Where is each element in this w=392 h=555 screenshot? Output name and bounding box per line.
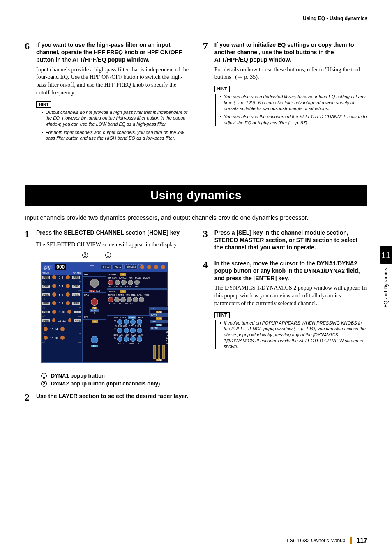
circle-1-icon: 1	[105, 252, 111, 258]
chapter-tab: 11 EQ and Dynamics	[380, 246, 392, 329]
step-number: 7	[203, 41, 211, 51]
step-number: 6	[25, 41, 33, 51]
step-number: 4	[203, 260, 211, 269]
hint-item: For both input channels and output chann…	[42, 129, 189, 141]
step-title: If you want to initialize EQ settings or…	[214, 41, 367, 64]
callout-numbers: 2 1	[82, 252, 189, 258]
step-title: Use the LAYER section to select the desi…	[36, 392, 189, 400]
section-heading: Using dynamics	[25, 185, 367, 206]
callout-1-label: 1 DYNA1 popup button	[41, 373, 189, 379]
upper-steps: 6 If you want to use the high-pass filte…	[25, 41, 367, 144]
hint-item: Output channels do not provide a high-pa…	[42, 109, 189, 127]
hint-item: If you've turned on POPUP APPEARS WHEN P…	[220, 320, 367, 349]
selected-ch-view-screenshot: CH 1 000 Initial Data ADMIN ch 1	[41, 262, 168, 363]
hint-box-6: HINT Output channels do not provide a hi…	[36, 100, 189, 141]
circle-1-icon: 1	[41, 373, 47, 379]
step-6-body: Input channels provide a high-pass filte…	[36, 66, 189, 97]
step-2-heading: 2 Use the LAYER section to select the de…	[25, 392, 189, 402]
header-rule	[25, 23, 367, 23]
step-7-heading: 7 If you want to initialize EQ settings …	[203, 41, 367, 64]
chapter-title: EQ and Dynamics	[383, 268, 389, 308]
breadcrumb: Using EQ • Using dynamics	[303, 16, 367, 21]
hint-label: HINT	[214, 86, 230, 92]
step-4-heading: 4 In the screen, move the cursor to the …	[203, 260, 367, 282]
step-4-body: The DYNAMICS 1/DYNAMICS 2 popup window w…	[214, 284, 367, 308]
step-6-heading: 6 If you want to use the high-pass filte…	[25, 41, 189, 64]
step-number: 3	[203, 229, 211, 239]
step-1-body: The SELECTED CH VIEW screen will appear …	[36, 241, 189, 249]
hint-item: You can also use the encoders of the SEL…	[220, 114, 367, 126]
step-3-heading: 3 Press a [SEL] key in the channel modul…	[203, 229, 367, 251]
chapter-number: 11	[380, 246, 392, 264]
section-intro: Input channels provide two dynamics proc…	[25, 214, 367, 222]
lower-steps: 1 Press the SELECTED CHANNEL section [HO…	[25, 229, 367, 405]
step-number: 2	[25, 392, 33, 402]
step-7-body: For details on how to use these buttons,…	[214, 66, 367, 82]
hint-item: You can also use a dedicated library to …	[220, 94, 367, 111]
hint-box-7: HINT You can also use a dedicated librar…	[214, 85, 367, 125]
manual-title: LS9-16/32 Owner's Manual	[287, 538, 346, 543]
hint-label: HINT	[214, 312, 230, 318]
circle-2-icon: 2	[41, 381, 47, 387]
step-title: In the screen, move the cursor to the DY…	[214, 260, 367, 282]
callout-2-label: 2 DYNA2 popup button (input channels onl…	[41, 380, 189, 387]
footer-divider-icon	[350, 537, 352, 544]
hint-box-4: HINT If you've turned on POPUP APPEARS W…	[214, 311, 367, 349]
circle-2-icon: 2	[82, 252, 88, 258]
page-number: 117	[356, 537, 367, 544]
step-title: Press a [SEL] key in the channel module …	[214, 229, 367, 251]
step-title: Press the SELECTED CHANNEL section [HOME…	[36, 229, 181, 236]
step-1-heading: 1 Press the SELECTED CHANNEL section [HO…	[25, 229, 189, 239]
step-title: If you want to use the high-pass filter …	[36, 41, 189, 64]
page-footer: LS9-16/32 Owner's Manual 117	[287, 537, 367, 544]
hint-label: HINT	[36, 101, 51, 108]
step-number: 1	[25, 229, 33, 239]
